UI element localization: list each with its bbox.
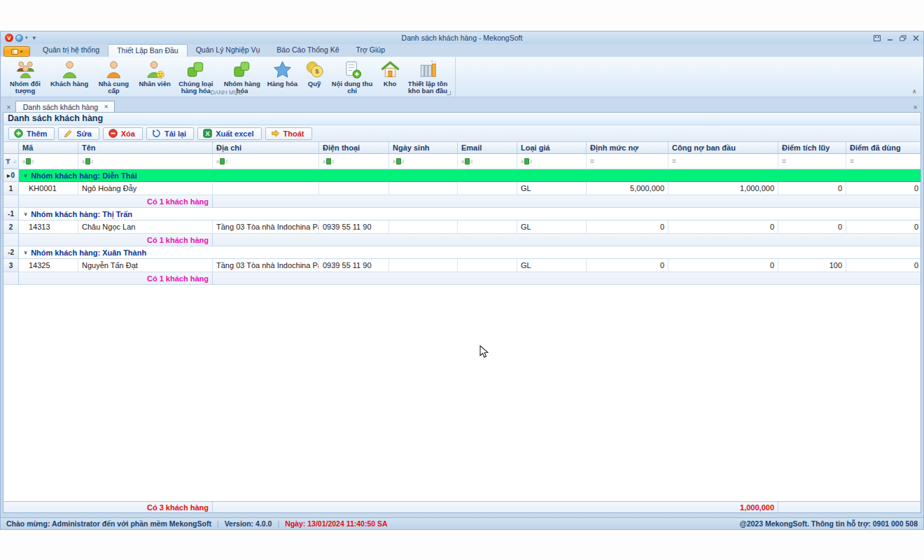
group-footer-row: Có 1 khách hàng (4, 234, 920, 246)
group-collapse-icon[interactable]: ∨ (24, 250, 27, 255)
cell-dinhmucno[interactable]: 0 (587, 259, 668, 272)
cell-congno[interactable]: 0 (668, 259, 778, 272)
cell-ngaysinh[interactable] (389, 182, 458, 195)
ribbon-tab-4[interactable]: Báo Cáo Thống Kê (268, 44, 347, 57)
qat-customize-icon[interactable]: ▾ (33, 34, 36, 41)
group-collapse-icon[interactable]: ∨ (24, 173, 27, 178)
data-row[interactable]: 314325Nguyễn Tấn ĐạtTầng 03 Tòa nhà Indo… (4, 259, 920, 272)
export-excel-button[interactable]: XXuất excel (197, 127, 261, 140)
cell-ngaysinh[interactable] (389, 259, 458, 272)
column-header-ma[interactable]: Mã (19, 142, 78, 153)
ribbon-tab-1[interactable]: Quản trị hệ thống (34, 44, 108, 57)
group-row-2[interactable]: -1∨Nhóm khách hàng: Thị Trấn (4, 208, 920, 220)
reload-button[interactable]: Tải lại (146, 127, 194, 140)
cell-ten[interactable]: Châu Ngọc Lan (78, 220, 213, 234)
cell-tichluy[interactable]: 0 (778, 220, 846, 234)
restore-button[interactable] (899, 35, 906, 41)
cell-ngaysinh[interactable] (389, 220, 458, 234)
ribbon-tabs: Quản trị hệ thốngThiết Lập Ban ĐầuQuản L… (34, 44, 393, 57)
column-header-loaigia[interactable]: Loại giá (517, 142, 587, 153)
ribbon-tab-2[interactable]: Thiết Lập Ban Đầu (108, 44, 188, 57)
filter-cell-ma[interactable]: ac (19, 154, 78, 169)
data-row[interactable]: 214313Châu Ngọc LanTầng 03 Tòa nhà Indoc… (4, 220, 920, 234)
column-header-email[interactable]: Email (458, 142, 517, 153)
ribbon-collapse-icon[interactable]: ∧ (912, 88, 916, 94)
cell-loaigia[interactable]: GL (517, 220, 587, 234)
cell-diachi[interactable] (213, 182, 319, 195)
column-header-dadung[interactable]: Điểm đã dùng (846, 142, 920, 153)
filter-cell-dienthoai[interactable]: ac (319, 154, 389, 169)
column-header-congno[interactable]: Công nợ ban đầu (668, 142, 778, 153)
cell-dadung[interactable]: 0 (846, 182, 920, 195)
group-row-1[interactable]: ▶0∨Nhóm khách hàng: Diễn Thái (4, 169, 920, 182)
cell-ma[interactable]: 14325 (25, 259, 78, 272)
column-header-tichluy[interactable]: Điểm tích lũy (778, 142, 846, 153)
dialog-launcher-icon[interactable] (447, 91, 451, 95)
cell-diachi[interactable]: Tầng 03 Tòa nhà Indochina Park ... (213, 259, 319, 272)
cell-dienthoai[interactable] (319, 182, 389, 195)
group-footer-filler (213, 234, 920, 246)
tab-close-icon[interactable]: ✕ (104, 104, 108, 110)
cell-ma[interactable]: 14313 (25, 220, 78, 234)
cell-tichluy[interactable]: 0 (778, 182, 846, 195)
filter-cell-email[interactable]: ac (458, 154, 517, 169)
row-indicator: 3 (4, 259, 19, 272)
minimize-button[interactable] (887, 35, 893, 41)
app-menu-button[interactable]: ▾ (4, 46, 30, 57)
filter-cell-ngaysinh[interactable]: ac (389, 154, 458, 169)
close-button[interactable] (913, 35, 919, 41)
column-header-diachi[interactable]: Địa chỉ (213, 142, 319, 153)
group-row-cell[interactable]: ∨Nhóm khách hàng: Thị Trấn (19, 208, 920, 220)
group-row-3[interactable]: -2∨Nhóm khách hàng: Xuân Thành (4, 246, 920, 259)
display-options-icon[interactable] (874, 35, 881, 41)
filter-cell-dinhmucno[interactable]: = (587, 154, 668, 169)
cell-loaigia[interactable]: GL (517, 182, 587, 195)
delete-button[interactable]: Xóa (103, 127, 143, 140)
doc-tab-customer-list[interactable]: Danh sách khách hàng ✕ (15, 101, 115, 112)
cell-ten[interactable]: Nguyễn Tấn Đạt (78, 259, 213, 272)
column-header-dienthoai[interactable]: Điện thoại (319, 142, 389, 153)
quick-access-orb-icon[interactable] (15, 34, 23, 42)
text-filter-icon: ac (82, 158, 93, 164)
cell-dadung[interactable]: 0 (846, 259, 920, 272)
data-row[interactable]: 1KH0001Ngô Hoàng ĐẫyGL5,000,0001,000,000… (4, 182, 920, 195)
ribbon-tab-3[interactable]: Quản Lý Nghiệp Vụ (188, 44, 269, 57)
toolbar-button-label: Xuất excel (216, 130, 253, 138)
cell-dienthoai[interactable]: 0939 55 11 90 (319, 259, 389, 272)
cell-congno[interactable]: 0 (668, 220, 778, 234)
group-row-cell[interactable]: ∨Nhóm khách hàng: Diễn Thái (19, 169, 920, 182)
filter-cell-ten[interactable]: ac (78, 154, 213, 169)
cell-dinhmucno[interactable]: 5,000,000 (587, 182, 668, 195)
column-header-ngaysinh[interactable]: Ngày sinh (389, 142, 458, 153)
quick-access-caret-icon[interactable]: ▾ (25, 35, 28, 41)
ribbon-item-label: Kho (384, 80, 396, 88)
cell-dienthoai[interactable]: 0939 55 11 90 (319, 220, 389, 234)
cell-loaigia[interactable]: GL (517, 259, 587, 272)
cell-email[interactable] (458, 220, 517, 234)
add-button[interactable]: Thêm (8, 127, 55, 140)
cell-email[interactable] (458, 259, 517, 272)
exit-button[interactable]: Thoát (265, 127, 312, 140)
group-row-cell[interactable]: ∨Nhóm khách hàng: Xuân Thành (19, 246, 920, 259)
filter-cell-dadung[interactable]: = (846, 154, 920, 169)
cell-diachi[interactable]: Tầng 03 Tòa nhà Indochina Park ... (213, 220, 319, 234)
cell-ten[interactable]: Ngô Hoàng Đẫy (78, 182, 213, 195)
filter-cell-loaigia[interactable]: ac (517, 154, 587, 169)
filter-cell-tichluy[interactable]: = (778, 154, 846, 169)
cell-dinhmucno[interactable]: 0 (587, 220, 668, 234)
cell-dadung[interactable]: 0 (846, 220, 920, 234)
cell-congno[interactable]: 1,000,000 (668, 182, 778, 195)
cell-ma[interactable]: KH0001 (25, 182, 78, 195)
ribbon-tab-5[interactable]: Trợ Giúp (347, 44, 393, 57)
edit-button[interactable]: Sửa (58, 127, 99, 140)
column-header-ten[interactable]: Tên (78, 142, 213, 153)
filter-cell-diachi[interactable]: ac (213, 154, 319, 169)
filter-cell-congno[interactable]: = (668, 154, 778, 169)
group-collapse-icon[interactable]: ∨ (24, 211, 27, 217)
tabstrip-close-right-icon[interactable]: ✕ (913, 104, 918, 111)
cell-email[interactable] (458, 182, 517, 195)
cell-tichluy[interactable]: 100 (778, 259, 846, 272)
grid-empty-area[interactable] (4, 285, 920, 501)
tabstrip-close-left-icon[interactable]: ✕ (5, 104, 15, 112)
column-header-dinhmucno[interactable]: Định mức nợ (587, 142, 668, 153)
